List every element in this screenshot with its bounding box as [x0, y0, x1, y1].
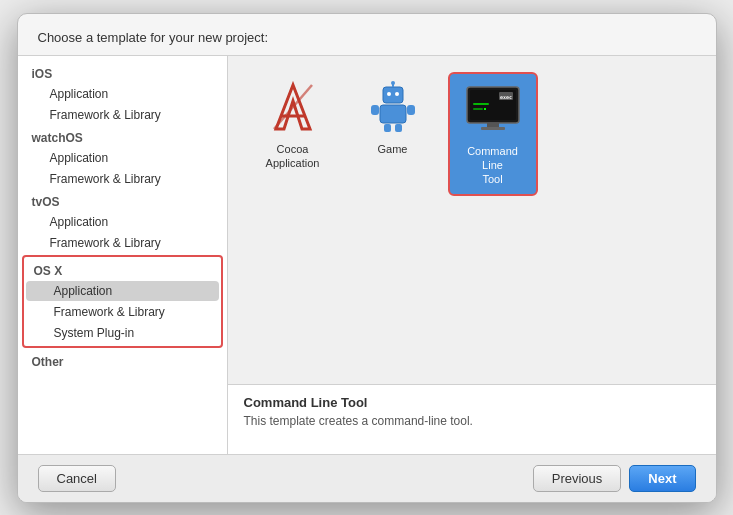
- sidebar-item-ios-framework-library[interactable]: Framework & Library: [22, 105, 223, 125]
- svg-rect-3: [383, 87, 403, 103]
- content-area: CocoaApplication: [228, 56, 716, 454]
- cocoa-application-icon: [265, 80, 321, 136]
- template-game[interactable]: Game: [348, 72, 438, 197]
- nav-buttons: Previous Next: [533, 465, 696, 492]
- game-label: Game: [378, 142, 408, 156]
- dialog-footer: Cancel Previous Next: [18, 454, 716, 502]
- svg-rect-18: [473, 108, 483, 110]
- sidebar-item-osx-framework-library[interactable]: Framework & Library: [26, 302, 219, 322]
- sidebar-item-tvos-framework-library[interactable]: Framework & Library: [22, 233, 223, 253]
- command-line-tool-icon: exec: [465, 82, 521, 138]
- sidebar-item-ios-application[interactable]: Application: [22, 84, 223, 104]
- svg-text:exec: exec: [499, 94, 511, 100]
- game-icon: [365, 80, 421, 136]
- sidebar: iOS Application Framework & Library watc…: [18, 56, 228, 454]
- svg-rect-10: [407, 105, 415, 115]
- previous-button[interactable]: Previous: [533, 465, 622, 492]
- sidebar-section-osx-group: OS X Application Framework & Library Sys…: [22, 255, 223, 348]
- description-text: This template creates a command-line too…: [244, 414, 700, 428]
- command-line-tool-label: Command LineTool: [456, 144, 530, 187]
- description-area: Command Line Tool This template creates …: [228, 384, 716, 454]
- svg-point-7: [391, 81, 395, 85]
- svg-rect-20: [487, 123, 499, 127]
- svg-rect-19: [484, 108, 486, 110]
- sidebar-section-other: Other: [18, 350, 227, 371]
- dialog-header: Choose a template for your new project:: [18, 14, 716, 55]
- next-button[interactable]: Next: [629, 465, 695, 492]
- dialog-title: Choose a template for your new project:: [38, 30, 269, 45]
- template-cocoa-application[interactable]: CocoaApplication: [248, 72, 338, 197]
- svg-rect-8: [380, 105, 406, 123]
- template-grid: CocoaApplication: [228, 56, 716, 384]
- sidebar-section-osx: OS X: [24, 259, 221, 280]
- sidebar-section-ios: iOS: [18, 62, 227, 83]
- dialog-body: iOS Application Framework & Library watc…: [18, 55, 716, 454]
- svg-rect-11: [384, 124, 391, 132]
- svg-rect-9: [371, 105, 379, 115]
- sidebar-item-osx-system-plugin[interactable]: System Plug-in: [26, 323, 219, 343]
- sidebar-item-watchos-application[interactable]: Application: [22, 148, 223, 168]
- svg-rect-21: [481, 127, 505, 130]
- sidebar-item-tvos-application[interactable]: Application: [22, 212, 223, 232]
- svg-point-5: [395, 92, 399, 96]
- cancel-button[interactable]: Cancel: [38, 465, 116, 492]
- sidebar-section-tvos: tvOS: [18, 190, 227, 211]
- sidebar-section-watchos: watchOS: [18, 126, 227, 147]
- svg-point-4: [387, 92, 391, 96]
- new-project-dialog: Choose a template for your new project: …: [17, 13, 717, 503]
- sidebar-item-osx-application[interactable]: Application: [26, 281, 219, 301]
- sidebar-item-watchos-framework-library[interactable]: Framework & Library: [22, 169, 223, 189]
- svg-rect-12: [395, 124, 402, 132]
- template-command-line-tool[interactable]: exec Command LineTool: [448, 72, 538, 197]
- cocoa-application-label: CocoaApplication: [266, 142, 320, 171]
- svg-rect-17: [473, 103, 489, 105]
- description-title: Command Line Tool: [244, 395, 700, 410]
